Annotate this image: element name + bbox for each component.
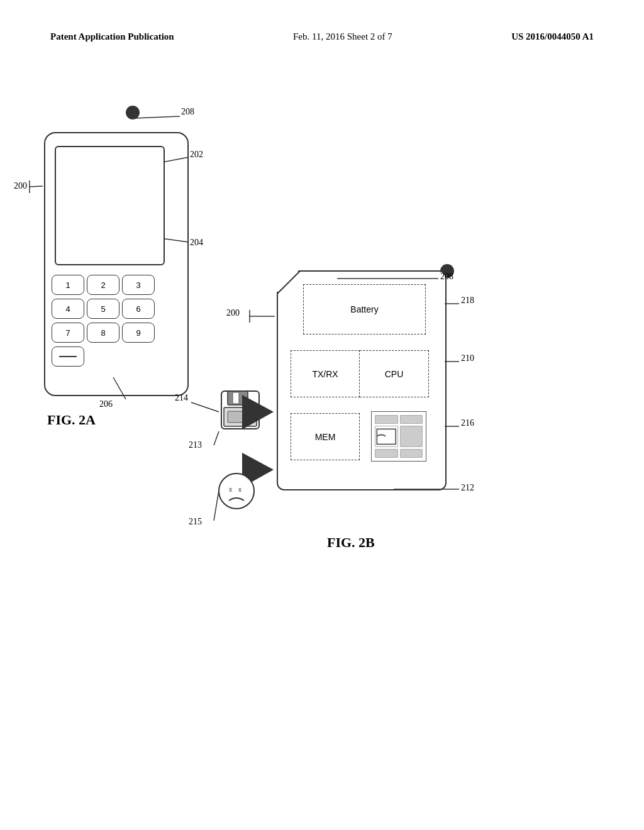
svg-text:x: x	[238, 486, 242, 493]
key-1: 1	[52, 275, 84, 295]
battery-label: Battery	[350, 304, 378, 314]
key-3: 3	[122, 275, 155, 295]
cpu-label: CPU	[385, 369, 404, 379]
label-215: 215	[189, 517, 202, 527]
label-210: 210	[461, 353, 474, 363]
mem-label: MEM	[315, 432, 336, 442]
label-202: 202	[190, 150, 203, 160]
keypad: 1 2 3 4 5 6 7 8 9	[52, 275, 174, 370]
keypad-row-1: 1 2 3	[52, 275, 174, 295]
label-214: 214	[175, 393, 188, 403]
label-213: 213	[189, 440, 202, 450]
phone-screen	[55, 146, 165, 265]
key-5: 5	[87, 299, 119, 319]
sad-face-icon: x x	[217, 472, 256, 511]
chip-notch-icon	[375, 426, 397, 447]
svg-point-15	[219, 473, 254, 509]
header-left: Patent Application Publication	[50, 31, 174, 42]
svg-line-1	[29, 186, 43, 187]
svg-line-25	[191, 402, 219, 412]
svg-text:x: x	[229, 486, 232, 493]
battery-section: Battery	[303, 284, 426, 335]
keypad-row-dash	[52, 346, 174, 367]
svg-rect-10	[233, 392, 239, 404]
key-9: 9	[122, 323, 155, 343]
svg-marker-13	[242, 395, 274, 429]
sim-card-inner: Battery TX/RX CPU MEM	[277, 270, 447, 490]
chip-contact-6	[400, 449, 423, 458]
fig-2a-label: FIG. 2A	[47, 412, 96, 428]
label-218: 218	[461, 296, 474, 306]
label-208-2b: 208	[440, 272, 453, 282]
txrx-box: TX/RX	[291, 350, 360, 397]
key-7: 7	[52, 323, 84, 343]
chip-contact-1	[375, 415, 398, 424]
diagram-area: 208 200 202 204 206 1 2 3 4 5 6 7 8 9	[0, 82, 644, 830]
key-2: 2	[87, 275, 119, 295]
label-204: 204	[190, 238, 203, 248]
label-212: 212	[461, 483, 474, 493]
label-208-2a: 208	[181, 107, 194, 117]
keypad-row-3: 7 8 9	[52, 323, 174, 343]
header-center: Feb. 11, 2016 Sheet 2 of 7	[293, 31, 392, 42]
mem-section: MEM	[291, 413, 360, 460]
txrx-label: TX/RX	[312, 369, 338, 379]
label-200-2a: 200	[14, 181, 27, 191]
label-216: 216	[461, 418, 474, 428]
chip-contact-4	[400, 426, 423, 448]
sim-card-2b: Battery TX/RX CPU MEM	[277, 270, 447, 490]
key-8: 8	[87, 323, 119, 343]
header-right: US 2016/0044050 A1	[511, 31, 594, 42]
label-200-2b: 200	[226, 308, 240, 318]
triangle-arrow-upper	[242, 395, 274, 429]
key-dash	[52, 346, 84, 367]
chip-contact-2	[400, 415, 423, 424]
svg-rect-6	[377, 429, 396, 444]
key-6: 6	[122, 299, 155, 319]
sim-chip-contacts	[371, 411, 426, 462]
camera-dot-2a	[126, 106, 140, 119]
cpu-box: CPU	[360, 350, 429, 397]
chip-contact-3	[375, 426, 398, 448]
fig-2b-label: FIG. 2B	[327, 534, 375, 551]
page-header: Patent Application Publication Feb. 11, …	[0, 31, 644, 42]
key-4: 4	[52, 299, 84, 319]
keypad-row-2: 4 5 6	[52, 299, 174, 319]
svg-line-0	[135, 116, 180, 118]
txrx-cpu-section: TX/RX CPU	[291, 350, 429, 397]
phone-body-2a: 1 2 3 4 5 6 7 8 9	[44, 132, 189, 396]
svg-line-26	[214, 431, 219, 445]
label-206: 206	[99, 399, 113, 409]
chip-contact-5	[375, 449, 398, 458]
